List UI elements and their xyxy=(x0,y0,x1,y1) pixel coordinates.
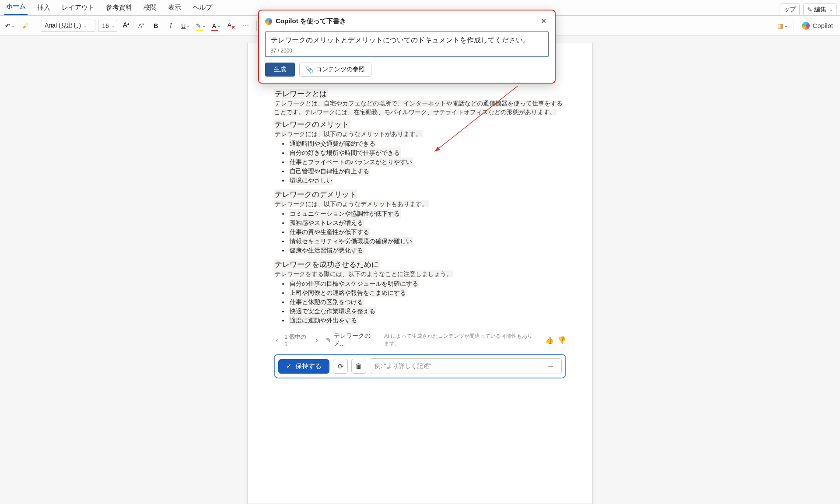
list-item: 情報セキュリティや労働環境の確保が難しい xyxy=(289,237,413,246)
ai-disclaimer: AI によって生成されたコンテンツが間違っている可能性もあります。 xyxy=(384,332,537,347)
thumbs-up-button[interactable]: 👍 xyxy=(545,336,554,344)
separator xyxy=(794,21,794,31)
next-suggestion-button[interactable]: › xyxy=(314,336,320,345)
undo-icon: ↶ xyxy=(5,22,10,29)
font-name-value: Arial (見出し) xyxy=(45,22,81,30)
table-style-button[interactable]: ▦⌄ xyxy=(776,19,789,32)
copilot-prompt-text: テレワークのメリットとデメリットについてのドキュメントを作成してください。 xyxy=(271,36,530,44)
italic-button[interactable]: I xyxy=(164,19,177,32)
ai-review-row: ‹ 1 個中の 1 › ✎ テレワークのメ... AI によって生成されたコンテ… xyxy=(274,329,566,350)
font-size-value: 16 xyxy=(102,22,109,29)
font-color-icon: A xyxy=(212,22,216,29)
chevron-down-icon: ⌄ xyxy=(84,23,87,28)
decrease-font-icon: A▾ xyxy=(138,22,144,29)
tab-review[interactable]: 校閲 xyxy=(142,1,158,15)
reference-content-button[interactable]: 📎 コンテンツの参照 xyxy=(299,63,371,77)
generate-button[interactable]: 生成 xyxy=(265,63,295,77)
copilot-ribbon-button[interactable]: Copilot xyxy=(798,20,836,32)
chevron-down-icon: ⌄ xyxy=(828,7,833,12)
list-item: 通勤時間や交通費が節約できる xyxy=(289,139,376,148)
bullet-list: 自分の仕事の目標やスケジュールを明確にする上司や同僚との連絡や報告をこまめにする… xyxy=(289,279,566,325)
section-heading: テレワークを成功させるために xyxy=(274,259,380,270)
toolbar-right: ▦⌄ Copilot xyxy=(776,19,836,32)
suggestion-counter: 1 個中の 1 xyxy=(284,333,309,347)
trash-icon: 🗑 xyxy=(355,362,362,370)
font-size-select[interactable]: 16 ⌄ xyxy=(98,20,117,32)
keep-button[interactable]: ✓ 保持する xyxy=(278,359,329,374)
discard-button[interactable]: 🗑 xyxy=(351,359,366,374)
pencil-icon: ✎ xyxy=(326,336,331,343)
copilot-panel-actions: 生成 📎 コンテンツの参照 xyxy=(265,63,549,77)
list-item: 健康や生活習慣が悪化する xyxy=(289,246,364,255)
copilot-draft-panel: Copilot を使って下書き × テレワークのメリットとデメリットについてのド… xyxy=(258,10,556,84)
bullet-list: コミュニケーションや協調性が低下する孤独感やストレスが増える仕事の質や生産性が低… xyxy=(289,209,566,255)
document-canvas: テレワークのメリットとデメリット テレワークをする際に知っておくべきこと テレワ… xyxy=(0,36,840,504)
list-item: 自分の好きな場所や時間で仕事ができる xyxy=(289,148,401,158)
tab-help[interactable]: ヘルプ xyxy=(191,1,214,15)
underline-button[interactable]: U⌄ xyxy=(179,19,192,32)
font-name-select[interactable]: Arial (見出し) ⌄ xyxy=(41,20,95,32)
copilot-icon xyxy=(265,18,272,25)
italic-icon: I xyxy=(170,22,172,29)
close-button[interactable]: × xyxy=(539,16,549,27)
copilot-char-counter: 37 / 2000 xyxy=(270,48,549,54)
increase-font-button[interactable]: A▴ xyxy=(120,19,132,32)
section-paragraph: テレワークには、以下のようなデメリットもあります。 xyxy=(274,200,429,207)
section-heading: テレワークとは xyxy=(274,89,328,99)
chevron-down-icon: ⌄ xyxy=(112,23,115,28)
section-paragraph: テレワークとは、自宅やカフェなどの場所で、インターネットや電話などの通信機器を使… xyxy=(274,100,563,116)
keep-button-label: 保持する xyxy=(295,362,322,371)
brush-icon: 🖌 xyxy=(22,22,28,29)
check-icon: ✓ xyxy=(286,362,292,370)
format-painter-button[interactable]: 🖌 xyxy=(19,19,32,32)
thumbs-down-button[interactable]: 👎 xyxy=(557,336,566,344)
editing-mode-button[interactable]: ✎ 編集 ⌄ xyxy=(803,4,836,16)
attachment-icon: 📎 xyxy=(306,66,313,73)
tab-layout[interactable]: レイアウト xyxy=(60,1,96,15)
prev-suggestion-button[interactable]: ‹ xyxy=(274,336,280,345)
clear-format-icon: A✖ xyxy=(228,21,235,30)
tab-view[interactable]: 表示 xyxy=(166,1,183,15)
grid-icon: ▦ xyxy=(777,22,783,29)
editing-mode-label: 編集 xyxy=(814,6,826,14)
section-paragraph: テレワークをする際には、以下のようなことに注意しましょう。 xyxy=(274,270,453,277)
decrease-font-button[interactable]: A▾ xyxy=(135,19,147,32)
ellipsis-icon: ⋯ xyxy=(243,22,249,29)
list-item: 自己管理や自律性が向上する xyxy=(289,167,370,176)
increase-font-icon: A▴ xyxy=(122,21,130,29)
bullet-list: 通勤時間や交通費が節約できる自分の好きな場所や時間で仕事ができる仕事とプライベー… xyxy=(289,139,566,185)
undo-button[interactable]: ↶⌄ xyxy=(4,19,17,32)
document-page[interactable]: テレワークのメリットとデメリット テレワークをする際に知っておくべきこと テレワ… xyxy=(247,43,593,504)
followup-placeholder: 例: "より詳しく記述" xyxy=(374,362,431,370)
copilot-ribbon-label: Copilot xyxy=(812,22,833,29)
prompt-tag-text: テレワークのメ... xyxy=(334,332,378,348)
highlight-icon: ✎ xyxy=(196,22,201,29)
list-item: 仕事と休憩の区別をつける xyxy=(289,298,364,307)
clear-format-button[interactable]: A✖ xyxy=(225,19,237,32)
catchup-button-fragment[interactable]: ップ xyxy=(780,4,800,16)
separator xyxy=(36,21,36,31)
bold-button[interactable]: B xyxy=(150,19,162,32)
section-heading: テレワークのメリット xyxy=(274,119,350,130)
followup-input[interactable]: 例: "より詳しく記述" → xyxy=(370,358,562,374)
list-item: 環境にやさしい xyxy=(289,176,333,185)
list-item: 適度に運動や外出をする xyxy=(289,316,358,325)
list-item: 仕事の質や生産性が低下する xyxy=(289,228,370,237)
highlight-button[interactable]: ✎⌄ xyxy=(194,19,207,32)
reference-content-label: コンテンツの参照 xyxy=(316,66,365,74)
tab-insert[interactable]: 挿入 xyxy=(35,1,52,15)
prompt-tag[interactable]: ✎ テレワークのメ... xyxy=(324,331,380,349)
pencil-icon: ✎ xyxy=(807,6,812,13)
regenerate-button[interactable]: ⟳ xyxy=(333,359,348,374)
list-item: コミュニケーションや協調性が低下する xyxy=(289,209,401,218)
copilot-panel-title: Copilot を使って下書き xyxy=(276,17,346,25)
font-color-button[interactable]: A⌄ xyxy=(210,19,222,32)
ai-action-row: ✓ 保持する ⟳ 🗑 例: "より詳しく記述" → xyxy=(274,354,566,378)
underline-icon: U xyxy=(181,22,186,29)
separator xyxy=(256,21,257,31)
send-icon: → xyxy=(544,362,557,371)
tab-references[interactable]: 参考資料 xyxy=(104,1,134,15)
tab-home[interactable]: ホーム xyxy=(4,0,28,15)
more-font-button[interactable]: ⋯ xyxy=(240,19,252,32)
list-item: 仕事とプライベートのバランスがとりやすい xyxy=(289,158,413,167)
